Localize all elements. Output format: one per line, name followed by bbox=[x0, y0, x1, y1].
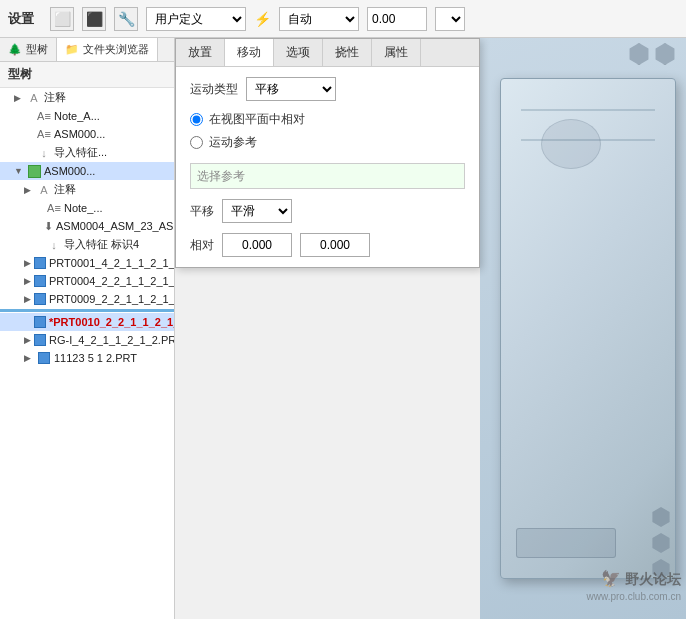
extra-select[interactable]: ▼ bbox=[435, 7, 465, 31]
prt-icon-0009 bbox=[34, 292, 46, 306]
asm-main-icon bbox=[27, 164, 41, 178]
annotation-icon2: A bbox=[37, 183, 51, 197]
tree-label-note2: Note_... bbox=[64, 202, 103, 214]
right-panel: 放置 移动 选项 挠性 属性 运动类型 平移 bbox=[175, 38, 686, 619]
sidebar-tab-tree-label: 型树 bbox=[26, 42, 48, 57]
dialog-body: 运动类型 平移 在视图平面中相对 运动参考 bbox=[176, 67, 479, 267]
prt-icon-0001 bbox=[34, 256, 46, 270]
tree-icon: 🌲 bbox=[8, 43, 22, 56]
import-icon4: ↓ bbox=[47, 238, 61, 252]
watermark-bird: 🦅 bbox=[601, 570, 621, 587]
relative-input-1[interactable] bbox=[222, 233, 292, 257]
dialog-tabs: 放置 移动 选项 挠性 属性 bbox=[176, 39, 479, 67]
app-window: 设置 ⬜ ⬛ 🔧 用户定义 ⚡ 自动 ▼ 🌲 型树 📁 bbox=[0, 0, 686, 619]
tree-label-prt0001: PRT0001_4_2_1_1_2_1_2.PRT bbox=[49, 257, 174, 269]
arrow-prt0009: ▶ bbox=[24, 294, 31, 304]
folder-icon: 📁 bbox=[65, 43, 79, 56]
cad-nuts-top bbox=[628, 43, 676, 65]
dialog-tab-props[interactable]: 属性 bbox=[372, 39, 421, 66]
tree-label-prt0004: PRT0004_2_2_1_1_2_1_2.PRT bbox=[49, 275, 174, 287]
relative-row: 相对 bbox=[190, 233, 465, 257]
watermark: 🦅 野火论坛 www.pro.club.com.cn bbox=[587, 568, 681, 604]
tree-label-asm-sub1: ASM000... bbox=[54, 128, 105, 140]
motion-type-select[interactable]: 平移 bbox=[246, 77, 336, 101]
tree-label-11123: 11123 5 1 2.PRT bbox=[54, 352, 137, 364]
translation-row: 平移 平滑 bbox=[190, 199, 465, 223]
relative-input-2[interactable] bbox=[300, 233, 370, 257]
user-defined-select[interactable]: 用户定义 bbox=[146, 7, 246, 31]
note-icon2: A≡ bbox=[47, 201, 61, 215]
nut-icon-4 bbox=[651, 533, 671, 553]
sidebar-tab-tree[interactable]: 🌲 型树 bbox=[0, 38, 57, 61]
tree-item-note2[interactable]: ▶ A≡ Note_... bbox=[0, 199, 174, 217]
tree-item-annotation1[interactable]: ▶ A 注释 bbox=[0, 88, 174, 107]
tree-label-rg: RG-I_4_2_1_1_2_1_2.PRT bbox=[49, 334, 174, 346]
import-icon1: ↓ bbox=[37, 146, 51, 160]
toolbar-icon-1[interactable]: ⬜ bbox=[50, 7, 74, 31]
tree-item-import4[interactable]: ▶ ↓ 导入特征 标识4 bbox=[0, 235, 174, 254]
value-input[interactable] bbox=[367, 7, 427, 31]
cad-line-1 bbox=[521, 109, 655, 111]
tree-item-import1[interactable]: ▶ ↓ 导入特征... bbox=[0, 143, 174, 162]
tree-item-11123[interactable]: ▶ 11123 5 1 2.PRT bbox=[0, 349, 174, 367]
lightning-icon: ⚡ bbox=[254, 11, 271, 27]
top-toolbar: 设置 ⬜ ⬛ 🔧 用户定义 ⚡ 自动 ▼ bbox=[0, 0, 686, 38]
prt-icon-rg bbox=[34, 333, 46, 347]
tree-label-import1: 导入特征... bbox=[54, 145, 107, 160]
dialog-tab-flex[interactable]: 挠性 bbox=[323, 39, 372, 66]
auto-select[interactable]: 自动 bbox=[279, 7, 359, 31]
arrow-rg: ▶ bbox=[24, 335, 31, 345]
tree-item-prt0009[interactable]: ▶ PRT0009_2_2_1_1_2_1_2.PRT bbox=[0, 290, 174, 308]
radio-view-plane[interactable]: 在视图平面中相对 bbox=[190, 111, 465, 128]
asm-long-icon: ⬇ bbox=[44, 219, 53, 233]
radio-group: 在视图平面中相对 运动参考 bbox=[190, 111, 465, 151]
relative-label: 相对 bbox=[190, 237, 214, 254]
toolbar-icon-2[interactable]: ⬛ bbox=[82, 7, 106, 31]
cad-viewport[interactable]: 🦅 野火论坛 www.pro.club.com.cn bbox=[480, 38, 686, 619]
cad-main-body bbox=[500, 78, 676, 579]
dialog-tab-options[interactable]: 选项 bbox=[274, 39, 323, 66]
prt-icon-0004 bbox=[34, 274, 46, 288]
tree-label-note-a: Note_A... bbox=[54, 110, 100, 122]
sidebar-tabs: 🌲 型树 📁 文件夹浏览器 bbox=[0, 38, 174, 62]
tree-item-annotation2[interactable]: ▶ A 注释 bbox=[0, 180, 174, 199]
note-icon-a: A≡ bbox=[37, 109, 51, 123]
translation-label: 平移 bbox=[190, 203, 214, 220]
toolbar-icon-3[interactable]: 🔧 bbox=[114, 7, 138, 31]
cad-link bbox=[516, 528, 616, 558]
arrow-11123: ▶ bbox=[24, 353, 34, 363]
tree-item-prt0010[interactable]: ▶ *PRT0010_2_2_1_1_2_1_2.PRT bbox=[0, 313, 174, 331]
tree-item-rg[interactable]: ▶ RG-I_4_2_1_1_2_1_2.PRT bbox=[0, 331, 174, 349]
dialog-tab-place[interactable]: 放置 bbox=[176, 39, 225, 66]
sidebar-tab-folder[interactable]: 📁 文件夹浏览器 bbox=[57, 38, 158, 61]
watermark-logo: 🦅 野火论坛 bbox=[587, 568, 681, 590]
arrow-prt0001: ▶ bbox=[24, 258, 31, 268]
translation-select[interactable]: 平滑 bbox=[222, 199, 292, 223]
dialog-tab-move[interactable]: 移动 bbox=[225, 39, 274, 66]
dialog-panel: 放置 移动 选项 挠性 属性 运动类型 平移 bbox=[175, 38, 480, 268]
tree-item-asm-long[interactable]: ▶ ⬇ ASM0004_ASM_23_ASM_7_A... bbox=[0, 217, 174, 235]
tree-label-annotation2: 注释 bbox=[54, 182, 76, 197]
tree-item-note-a[interactable]: ▶ A≡ Note_A... bbox=[0, 107, 174, 125]
nut-icon-2 bbox=[654, 43, 676, 65]
select-reference-box[interactable]: 选择参考 bbox=[190, 163, 465, 189]
asm-icon-sub1: A≡ bbox=[37, 127, 51, 141]
arrow-asm-main: ▼ bbox=[14, 166, 24, 176]
tree-label-import4: 导入特征 标识4 bbox=[64, 237, 139, 252]
arrow-annotation1: ▶ bbox=[14, 93, 24, 103]
radio-view-plane-input[interactable] bbox=[190, 113, 203, 126]
radio-motion-ref-input[interactable] bbox=[190, 136, 203, 149]
sidebar-tab-folder-label: 文件夹浏览器 bbox=[83, 42, 149, 57]
tree-item-prt0001[interactable]: ▶ PRT0001_4_2_1_1_2_1_2.PRT bbox=[0, 254, 174, 272]
select-reference-placeholder: 选择参考 bbox=[197, 168, 245, 185]
tree-item-asm-main[interactable]: ▼ ASM000... bbox=[0, 162, 174, 180]
window-title: 设置 bbox=[8, 10, 34, 28]
sidebar: 🌲 型树 📁 文件夹浏览器 型树 ▶ A 注释 bbox=[0, 38, 175, 619]
tree-section-label: 型树 bbox=[0, 62, 174, 88]
radio-motion-ref[interactable]: 运动参考 bbox=[190, 134, 465, 151]
tree-item-asm-sub1[interactable]: ▶ A≡ ASM000... bbox=[0, 125, 174, 143]
tree-item-prt0004[interactable]: ▶ PRT0004_2_2_1_1_2_1_2.PRT bbox=[0, 272, 174, 290]
content-area: 🌲 型树 📁 文件夹浏览器 型树 ▶ A 注释 bbox=[0, 38, 686, 619]
watermark-url: www.pro.club.com.cn bbox=[587, 590, 681, 604]
prt-icon-11123 bbox=[37, 351, 51, 365]
